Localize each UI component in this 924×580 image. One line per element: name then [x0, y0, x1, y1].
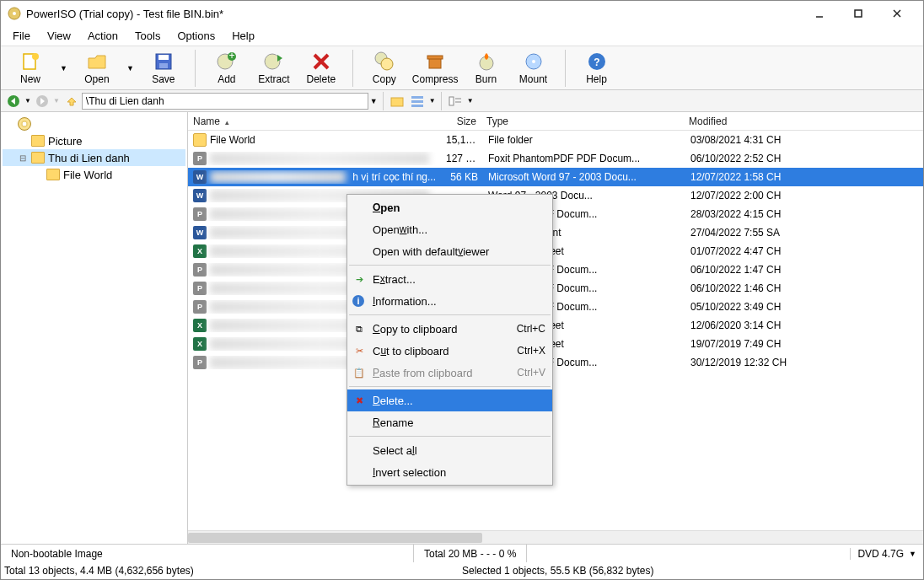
status-image-type[interactable]: Non-bootable Image — [1, 545, 414, 562]
app-icon — [8, 7, 21, 20]
new-dropdown[interactable]: ▼ — [55, 64, 73, 72]
horizontal-scrollbar[interactable] — [188, 530, 923, 544]
pdf-icon: P — [193, 282, 207, 295]
col-modified[interactable]: Modified — [684, 115, 923, 127]
title-bar: PowerISO (Trial copy) - Test file BIN.bi… — [1, 1, 923, 26]
nav-back-button[interactable] — [4, 92, 23, 110]
col-size[interactable]: Size — [441, 115, 481, 127]
burn-button[interactable]: Burn — [464, 50, 509, 87]
mount-button[interactable]: Mount — [511, 50, 556, 87]
tree-picture[interactable]: Picture — [3, 132, 185, 149]
ctx-open-default-viewer[interactable]: Open with default viewer — [347, 240, 552, 262]
file-modified: 03/08/2021 4:31 CH — [685, 134, 923, 146]
ctx-paste: 📋Paste from clipboardCtrl+V — [347, 362, 552, 384]
file-row[interactable]: X Excel Worksheet01/07/2022 4:47 CH — [188, 242, 923, 260]
file-row[interactable]: W Word 97 - 2003 Docu...12/07/2022 2:00 … — [188, 186, 923, 205]
svg-rect-30 — [411, 100, 423, 103]
file-row[interactable]: P 127 KBFoxit PhantomPDF PDF Docum...06/… — [188, 149, 923, 168]
file-row[interactable]: P ntomPDF PDF Docum...06/10/2022 1:47 CH — [188, 260, 923, 279]
ctx-open-with[interactable]: Open with... — [347, 218, 552, 240]
xls-icon: X — [193, 244, 207, 258]
file-row[interactable]: X Excel Worksheet19/07/2019 7:49 CH — [188, 335, 923, 353]
close-button[interactable] — [878, 1, 916, 26]
folder-tree[interactable]: Picture ⊟Thu di Lien danh File World — [1, 112, 188, 544]
compress-button[interactable]: Compress — [409, 50, 462, 87]
file-row[interactable]: P ntomPDF PDF Docum...28/03/2022 4:15 CH — [188, 205, 923, 223]
menu-tools[interactable]: Tools — [126, 28, 169, 44]
status-total: Total 20 MB - - - 0 % — [414, 545, 527, 562]
mount-icon — [524, 51, 544, 72]
doc-icon: W — [193, 189, 207, 202]
paste-icon: 📋 — [352, 366, 366, 379]
file-row[interactable]: P ntomPDF PDF Docum...06/10/2022 1:46 CH — [188, 279, 923, 298]
menu-file[interactable]: File — [4, 28, 39, 44]
ctx-information[interactable]: iInformation... — [347, 290, 552, 312]
nav-up-button[interactable] — [62, 92, 80, 110]
view-folders-button[interactable] — [389, 92, 407, 110]
file-row[interactable]: P ntomPDF PDF Docum...05/10/2022 3:49 CH — [188, 298, 923, 316]
file-row[interactable]: P ntomPDF PDF Docum...30/12/2019 12:32 C… — [188, 353, 923, 372]
col-name[interactable]: Name▴ — [188, 115, 441, 127]
new-button[interactable]: New — [8, 50, 53, 87]
tree-file-world[interactable]: File World — [3, 166, 185, 183]
menu-view[interactable]: View — [39, 28, 79, 44]
view-dropdown[interactable]: ▼ — [429, 97, 436, 105]
view-details-button[interactable] — [409, 92, 427, 110]
minimize-button[interactable] — [800, 1, 839, 26]
main-area: Picture ⊟Thu di Lien danh File World Nam… — [1, 112, 923, 544]
ctx-copy[interactable]: ⧉Copy to clipboardCtrl+C — [347, 318, 552, 340]
delete-button[interactable]: Delete — [298, 50, 344, 87]
maximize-button[interactable] — [839, 1, 878, 26]
pdf-icon: P — [193, 300, 207, 314]
file-modified: 06/10/2022 2:52 CH — [685, 153, 923, 164]
nav-forward-dropdown[interactable]: ▼ — [53, 97, 60, 105]
save-button[interactable]: Save — [141, 50, 186, 87]
tree-root[interactable] — [3, 115, 185, 132]
open-icon — [87, 51, 107, 72]
col-type[interactable]: Type — [481, 115, 684, 127]
bottom-status-bar: Total 13 objects, 4.4 MB (4,632,656 byte… — [1, 562, 923, 579]
save-icon — [153, 51, 174, 72]
file-list-body[interactable]: File World15,103 KBFile folder03/08/2021… — [188, 131, 923, 530]
view-list-dropdown[interactable]: ▼ — [467, 97, 474, 105]
view-list-button[interactable] — [447, 92, 465, 110]
info-icon: i — [352, 295, 364, 307]
open-button[interactable]: Open — [74, 50, 120, 87]
file-type: Foxit PhantomPDF PDF Docum... — [483, 153, 685, 164]
file-row[interactable]: W h vị trí cọc thí ng...56 KBMicrosoft W… — [188, 168, 923, 186]
file-row[interactable]: X Excel Worksheet12/06/2020 3:14 CH — [188, 316, 923, 335]
ctx-rename[interactable]: Rename — [347, 411, 552, 433]
copy-button[interactable]: Copy — [362, 50, 407, 87]
folder-icon — [31, 152, 45, 164]
ctx-extract[interactable]: ➔Extract... — [347, 268, 552, 290]
file-modified: 28/03/2022 4:15 CH — [685, 208, 923, 220]
menu-action[interactable]: Action — [79, 28, 126, 44]
folder-icon — [46, 169, 60, 180]
path-dropdown[interactable]: ▼ — [370, 97, 378, 105]
tree-thu-di-lien-danh[interactable]: ⊟Thu di Lien danh — [3, 149, 185, 166]
file-row[interactable]: File World15,103 KBFile folder03/08/2021… — [188, 131, 923, 149]
menu-options[interactable]: Options — [169, 28, 223, 44]
ctx-open[interactable]: Open — [347, 196, 552, 218]
file-size: 56 KB — [441, 171, 483, 183]
folder-icon — [31, 135, 45, 147]
ctx-invert-selection[interactable]: Invert selection — [347, 461, 552, 483]
file-modified: 27/04/2022 7:55 SA — [685, 227, 923, 239]
nav-back-dropdown[interactable]: ▼ — [24, 97, 31, 105]
menu-help[interactable]: Help — [223, 28, 263, 44]
disc-type-dropdown[interactable]: DVD 4.7G▼ — [850, 548, 923, 560]
path-input[interactable] — [82, 93, 368, 110]
nav-forward-button[interactable] — [33, 92, 51, 110]
extract-button[interactable]: Extract — [251, 50, 297, 87]
open-dropdown[interactable]: ▼ — [121, 64, 139, 72]
file-modified: 19/07/2019 7:49 CH — [685, 338, 923, 350]
file-row[interactable]: W Word Document27/04/2022 7:55 SA — [188, 223, 923, 242]
xls-icon: X — [193, 337, 207, 351]
svg-point-7 — [32, 53, 39, 60]
help-button[interactable]: ?Help — [574, 50, 620, 87]
extract-icon — [264, 51, 284, 72]
add-button[interactable]: +Add — [204, 50, 250, 87]
ctx-delete[interactable]: ✖Delete... — [347, 389, 552, 411]
ctx-select-all[interactable]: Select all — [347, 439, 552, 461]
ctx-cut[interactable]: ✂Cut to clipboardCtrl+X — [347, 340, 552, 362]
